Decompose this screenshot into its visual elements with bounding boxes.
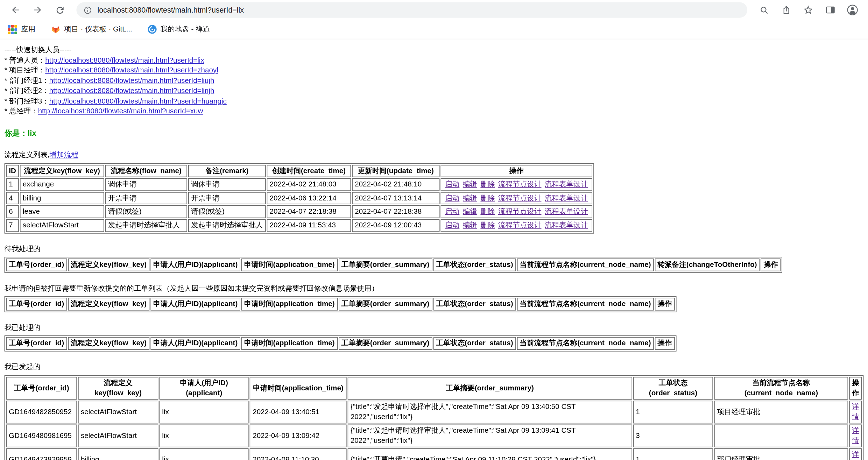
column-header: 流程名称(flow_name) <box>105 165 187 177</box>
node-design-link[interactable]: 流程节点设计 <box>498 207 541 215</box>
column-header: 工单摘要(order_summary) <box>339 298 432 311</box>
cell-applicant: lix <box>159 424 249 447</box>
cell-remark: 请假(或签) <box>188 206 266 218</box>
start-flow-link[interactable]: 启动 <box>445 207 459 215</box>
form-design-link[interactable]: 流程表单设计 <box>545 180 588 189</box>
bookmark-zentao[interactable]: 我的地盘 - 禅道 <box>148 24 210 34</box>
delete-flow-link[interactable]: 删除 <box>480 180 495 189</box>
start-flow-link[interactable]: 启动 <box>445 221 459 229</box>
column-header: 工单号(order_id) <box>6 259 67 271</box>
column-header: 工单状态(order_status) <box>633 377 713 399</box>
edit-flow-link[interactable]: 编辑 <box>463 221 477 229</box>
form-design-link[interactable]: 流程表单设计 <box>545 193 588 202</box>
profile-avatar[interactable] <box>844 2 861 18</box>
user-switch-link-linjh[interactable]: http://localhost:8080/flowtest/main.html… <box>49 86 214 95</box>
start-flow-link[interactable]: 启动 <box>445 180 459 189</box>
user-switch-link-xuw[interactable]: http://localhost:8080/flowtest/main.html… <box>38 107 203 115</box>
forward-button[interactable] <box>29 2 46 18</box>
cell-application-time: 2022-04-09 13:09:42 <box>250 424 347 447</box>
back-button[interactable] <box>7 2 24 18</box>
cell-order-status: 1 <box>633 448 713 460</box>
column-header: 申请人(用户ID)(applicant) <box>150 337 240 350</box>
node-design-link[interactable]: 流程节点设计 <box>498 221 541 229</box>
forward-arrow-icon <box>32 5 43 16</box>
address-bar[interactable]: localhost:8080/flowtest/main.html?userId… <box>76 2 747 17</box>
cell-flow-key: exchange <box>20 178 104 191</box>
form-design-link[interactable]: 流程表单设计 <box>545 221 588 229</box>
column-header: 流程定义key(flow_key) <box>20 165 104 177</box>
column-header: 工单号(order_id) <box>6 298 67 311</box>
edit-flow-link[interactable]: 编辑 <box>463 180 477 189</box>
header-row: 工单号(order_id) 流程定义key(flow_key) 申请人(用户ID… <box>6 337 675 350</box>
node-design-link[interactable]: 流程节点设计 <box>498 193 541 202</box>
delete-flow-link[interactable]: 删除 <box>480 193 495 202</box>
column-header: 当前流程节点名称(current_node_name) <box>714 377 848 399</box>
column-header: 申请时间(application_time) <box>241 337 337 350</box>
column-header: 工单号(order_id) <box>6 377 77 399</box>
bookmark-star-icon[interactable] <box>800 2 816 18</box>
cell-operations: 详情 <box>849 424 862 447</box>
gitlab-icon <box>51 24 61 34</box>
share-icon[interactable] <box>778 2 794 18</box>
form-design-link[interactable]: 流程表单设计 <box>545 207 588 215</box>
cell-update-time: 2022-04-09 12:00:43 <box>352 219 439 232</box>
cell-order-summary: {"title":"发起申请时选择审批人","createTime":"Sat … <box>348 424 632 447</box>
cell-flow-key: leave <box>20 206 104 218</box>
side-panel-icon[interactable] <box>822 2 839 18</box>
cell-order-summary: {"title":"开票申请","createTime":"Sat Apr 09… <box>348 448 632 460</box>
order-detail-link[interactable]: 详情 <box>852 402 859 421</box>
user-switch-link-zhaoyl[interactable]: http://localhost:8080/flowtest/main.html… <box>45 66 218 75</box>
zoom-icon[interactable] <box>756 2 772 18</box>
cell-flow-name: 调休申请 <box>105 178 187 191</box>
column-header: 当前流程节点名称(current_node_name) <box>517 259 654 271</box>
edit-flow-link[interactable]: 编辑 <box>463 193 477 202</box>
cell-id: 4 <box>6 192 19 205</box>
quick-switch-item: * 部门经理3：http://localhost:8080/flowtest/m… <box>5 96 864 106</box>
bookmark-label: 应用 <box>21 24 35 34</box>
user-role-label: * 部门经理1： <box>5 76 49 85</box>
header-row: 工单号(order_id) 流程定义key(flow_key) 申请人(用户ID… <box>6 298 675 311</box>
quick-switch-item: * 普通人员：http://localhost:8080/flowtest/ma… <box>5 55 864 65</box>
node-design-link[interactable]: 流程节点设计 <box>498 180 541 189</box>
cell-remark: 开票申请 <box>188 192 266 205</box>
site-info-icon[interactable] <box>83 5 92 15</box>
column-header: 操作 <box>655 337 675 350</box>
delete-flow-link[interactable]: 删除 <box>480 221 495 229</box>
reload-button[interactable] <box>51 2 68 18</box>
quick-switch-item: * 总经理：http://localhost:8080/flowtest/mai… <box>5 107 864 117</box>
column-header: 工单摘要(order_summary) <box>339 337 432 350</box>
header-row: ID 流程定义key(flow_key) 流程名称(flow_name) 备注(… <box>6 165 592 177</box>
user-switch-link-huangjc[interactable]: http://localhost:8080/flowtest/main.html… <box>49 97 227 105</box>
cell-id: 6 <box>6 206 19 218</box>
bookmark-label: 我的地盘 - 禅道 <box>161 24 210 34</box>
add-flow-link[interactable]: 增加流程 <box>50 150 78 159</box>
order-detail-link[interactable]: 详情 <box>852 426 859 445</box>
cell-order-id: GD1649480981695 <box>6 424 77 447</box>
column-header: 当前流程节点名称(current_node_name) <box>517 337 654 350</box>
bookmark-gitlab[interactable]: 项目 · 仪表板 · GitL... <box>51 24 132 34</box>
user-role-label: * 部门经理3： <box>5 97 49 105</box>
cell-id: 1 <box>6 178 19 191</box>
delete-flow-link[interactable]: 删除 <box>480 207 495 215</box>
cell-operations: 启动编辑删除流程节点设计流程表单设计 <box>440 178 592 191</box>
order-detail-link[interactable]: 详情 <box>852 450 859 460</box>
edit-flow-link[interactable]: 编辑 <box>463 207 477 215</box>
user-switch-link-lix[interactable]: http://localhost:8080/flowtest/main.html… <box>45 56 204 64</box>
column-header: 申请时间(application_time) <box>241 298 337 311</box>
start-flow-link[interactable]: 启动 <box>445 193 459 202</box>
initiated-table: 工单号(order_id) 流程定义key(flow_key) 申请人(用户ID… <box>5 375 864 460</box>
bookmark-apps[interactable]: 应用 <box>8 24 35 34</box>
user-role-label: * 普通人员： <box>5 56 45 64</box>
pending-section-title: 待我处理的 <box>5 244 864 254</box>
cell-flow-name: 请假(或签) <box>105 206 187 218</box>
cell-create-time: 2022-04-09 11:53:43 <box>267 219 351 232</box>
column-header: 流程定义key(flow_key) <box>68 259 149 271</box>
flow-definition-table: ID 流程定义key(flow_key) 流程名称(flow_name) 备注(… <box>5 163 594 233</box>
column-header: 申请时间(application_time) <box>241 259 337 271</box>
current-user-label: 你是：lix <box>5 127 864 139</box>
table-row: 1 exchange 调休申请 调休申请 2022-04-02 21:48:03… <box>6 178 592 191</box>
column-header: 工单状态(order_status) <box>433 259 516 271</box>
url-text: localhost:8080/flowtest/main.html?userId… <box>97 6 244 14</box>
user-switch-link-liujh[interactable]: http://localhost:8080/flowtest/main.html… <box>49 76 214 85</box>
handled-section-title: 我已处理的 <box>5 323 864 333</box>
